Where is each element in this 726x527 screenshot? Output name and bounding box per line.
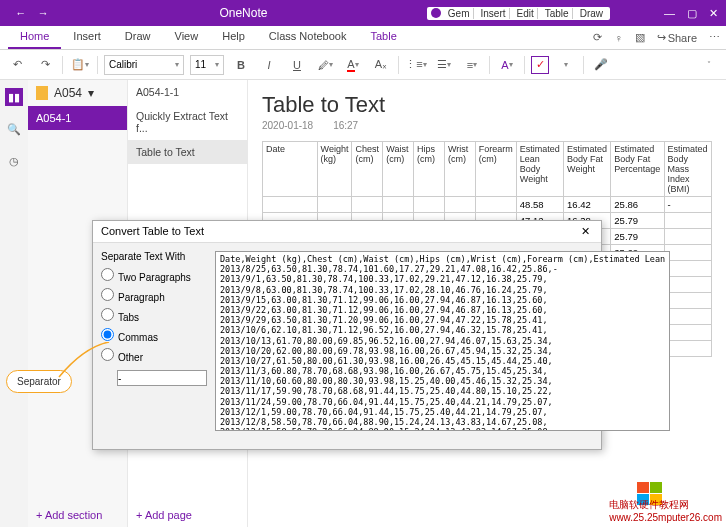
table-cell[interactable]: 25.86 <box>611 197 664 213</box>
gem-tab-gem[interactable]: Gem <box>445 8 474 19</box>
table-cell[interactable] <box>352 197 383 213</box>
tab-draw[interactable]: Draw <box>113 26 163 49</box>
table-cell[interactable]: 25.79 <box>611 229 664 245</box>
gem-tab-draw[interactable]: Draw <box>577 8 606 19</box>
option-other[interactable]: Other <box>101 348 207 363</box>
gem-icon <box>431 8 441 18</box>
share-button[interactable]: ↪ Share <box>651 26 703 49</box>
bold-button[interactable]: B <box>230 54 252 76</box>
table-cell[interactable] <box>664 277 711 293</box>
option-tabs[interactable]: Tabs <box>101 308 207 323</box>
tab-help[interactable]: Help <box>210 26 257 49</box>
other-separator-input[interactable] <box>117 370 207 386</box>
table-header: Waist (cm) <box>383 142 414 197</box>
present-icon[interactable]: ▧ <box>629 26 651 49</box>
option-commas[interactable]: Commas <box>101 328 207 343</box>
undo-button[interactable]: ↶ <box>6 54 28 76</box>
close-icon[interactable]: ✕ <box>709 7 718 20</box>
table-cell[interactable] <box>317 197 352 213</box>
preview-textarea[interactable]: Date,Weight (kg),Chest (cm),Waist (cm),H… <box>215 251 670 431</box>
table-header: Estimated Lean Body Weight <box>516 142 563 197</box>
watermark-text: 电脑软硬件教程网www.25.25mputer26.com <box>609 498 722 523</box>
dialog-close-button[interactable]: ✕ <box>577 225 593 238</box>
table-header: Date <box>263 142 318 197</box>
table-cell[interactable]: 25.79 <box>611 213 664 229</box>
underline-button[interactable]: U <box>286 54 308 76</box>
table-cell[interactable] <box>475 197 516 213</box>
recent-icon[interactable]: ◷ <box>5 152 23 170</box>
ribbon-tabs: Home Insert Draw View Help Class Noteboo… <box>0 26 726 50</box>
table-header: Estimated Body Mass Index (BMI) <box>664 142 711 197</box>
option-paragraph[interactable]: Paragraph <box>101 288 207 303</box>
tab-class-notebook[interactable]: Class Notebook <box>257 26 359 49</box>
table-cell[interactable] <box>414 197 445 213</box>
dictate-button[interactable]: 🎤 <box>590 54 612 76</box>
table-cell[interactable] <box>444 197 475 213</box>
table-cell[interactable] <box>664 341 711 357</box>
table-cell[interactable] <box>263 197 318 213</box>
option-two-paragraphs[interactable]: Two Paragraphs <box>101 268 207 283</box>
table-cell[interactable] <box>664 245 711 261</box>
bullets-button[interactable]: ⋮≡▾ <box>405 54 427 76</box>
page-item[interactable]: A054-1-1 <box>128 80 247 104</box>
tab-insert[interactable]: Insert <box>61 26 113 49</box>
section-item[interactable]: A054-1 <box>28 106 127 130</box>
font-name-select[interactable]: Calibri▾ <box>104 55 184 75</box>
table-header: Estimated Body Fat Percentage <box>611 142 664 197</box>
chevron-down-icon: ▾ <box>88 86 94 100</box>
table-cell[interactable]: 48.58 <box>516 197 563 213</box>
table-row[interactable]: 48.5816.4225.86- <box>263 197 712 213</box>
clear-format-button[interactable]: Aₓ <box>370 54 392 76</box>
page-item[interactable]: Quickly Extract Text f... <box>128 104 247 140</box>
redo-button[interactable]: ↷ <box>34 54 56 76</box>
table-cell[interactable]: 16.42 <box>564 197 611 213</box>
maximize-icon[interactable]: ▢ <box>687 7 697 20</box>
gem-tab-edit[interactable]: Edit <box>514 8 538 19</box>
convert-table-dialog: Convert Table to Text ✕ Separate Text Wi… <box>92 220 602 450</box>
table-cell[interactable] <box>664 229 711 245</box>
notebook-name: A054 <box>54 86 82 100</box>
gem-tab-insert[interactable]: Insert <box>478 8 510 19</box>
font-color-button[interactable]: A▾ <box>342 54 364 76</box>
table-cell[interactable] <box>664 213 711 229</box>
notebooks-icon[interactable]: ▮▮ <box>5 88 23 106</box>
page-time: 16:27 <box>333 120 358 131</box>
table-cell[interactable] <box>664 309 711 325</box>
numbering-button[interactable]: ☰▾ <box>433 54 455 76</box>
font-size-select[interactable]: 11▾ <box>190 55 224 75</box>
gem-tab-table[interactable]: Table <box>542 8 573 19</box>
todo-tag-chevron[interactable]: ▾ <box>555 54 577 76</box>
overflow-icon[interactable]: ⋯ <box>703 26 726 49</box>
app-title: OneNote <box>60 6 427 20</box>
forward-icon[interactable]: → <box>38 7 49 19</box>
table-cell[interactable] <box>664 293 711 309</box>
table-header: Forearm (cm) <box>475 142 516 197</box>
gem-toolbar: Gem Insert Edit Table Draw <box>427 7 610 20</box>
add-section-button[interactable]: + Add section <box>36 509 102 521</box>
styles-button[interactable]: A▾ <box>496 54 518 76</box>
italic-button[interactable]: I <box>258 54 280 76</box>
search-icon[interactable]: 🔍 <box>5 120 23 138</box>
table-cell[interactable] <box>664 325 711 341</box>
tab-table[interactable]: Table <box>358 26 408 49</box>
tab-view[interactable]: View <box>163 26 211 49</box>
clipboard-button[interactable]: 📋▾ <box>69 54 91 76</box>
page-title[interactable]: Table to Text <box>262 92 712 118</box>
table-cell[interactable]: - <box>664 197 711 213</box>
table-cell[interactable] <box>664 261 711 277</box>
notebook-picker[interactable]: A054 ▾ <box>28 80 127 106</box>
dialog-title: Convert Table to Text <box>101 225 204 238</box>
ribbon-collapse-icon[interactable]: ˅ <box>698 54 720 76</box>
add-page-button[interactable]: + Add page <box>136 509 192 521</box>
sync-icon[interactable]: ⟳ <box>587 26 608 49</box>
todo-tag-button[interactable]: ✓ <box>531 56 549 74</box>
minimize-icon[interactable]: — <box>664 7 675 20</box>
page-item[interactable]: Table to Text <box>128 140 247 164</box>
table-cell[interactable] <box>383 197 414 213</box>
back-icon[interactable]: ← <box>15 7 26 19</box>
align-button[interactable]: ≡▾ <box>461 54 483 76</box>
page-date: 2020-01-18 <box>262 120 313 131</box>
tab-home[interactable]: Home <box>8 26 61 49</box>
highlight-button[interactable]: 🖉▾ <box>314 54 336 76</box>
lightbulb-icon[interactable]: ♀ <box>608 26 628 49</box>
